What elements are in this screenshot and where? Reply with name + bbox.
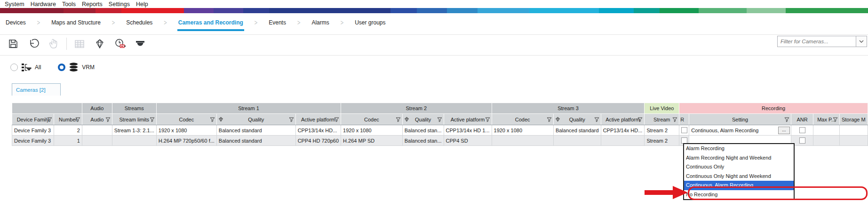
nav-item-cameras-and-recording[interactable]: Cameras and Recording: [177, 17, 244, 31]
anr-checkbox[interactable]: [799, 137, 805, 144]
filter-icon[interactable]: [210, 117, 215, 122]
cell-s3-codec: [492, 136, 553, 146]
dropdown-option-continuous-only-night-weekend[interactable]: Continuous Only Night and Weekend: [684, 172, 794, 181]
col-header-s1-active-platform[interactable]: Active platform: [295, 114, 341, 125]
nav-chevron-icon: >: [37, 16, 40, 26]
cell-s3-quality: [553, 136, 601, 146]
menu-item-system[interactable]: System: [5, 1, 24, 8]
group-header-row: Audio Streams Stream 1 Stream 2 Stream 3…: [12, 103, 868, 114]
col-header-s3-active-platform[interactable]: Active platform: [601, 114, 645, 125]
col-header-recording[interactable]: R: [679, 114, 689, 125]
col-header-stream-limits[interactable]: Stream limits: [112, 114, 156, 125]
dome-camera-button[interactable]: [133, 36, 148, 51]
save-button[interactable]: [6, 36, 21, 51]
filter-icon[interactable]: [833, 117, 838, 122]
cell-setting[interactable]: Continuous, Alarm Recording...: [689, 125, 791, 136]
quality-diamond-icon: [555, 117, 560, 122]
col-header-max-pre-alarm[interactable]: Max P...: [813, 114, 840, 125]
camera-table: Audio Streams Stream 1 Stream 2 Stream 3…: [12, 103, 868, 146]
dropdown-option-alarm-recording-night-weekend[interactable]: Alarm Recording Night and Weekend: [684, 153, 794, 163]
filter-icon[interactable]: [47, 117, 52, 122]
group-stream-3: Stream 3: [492, 103, 645, 114]
filter-icon[interactable]: [289, 117, 294, 122]
col-header-setting[interactable]: Setting: [689, 114, 791, 125]
brand-stripe: [0, 8, 868, 13]
source-toggle: All VRM: [10, 62, 95, 73]
filter-icon[interactable]: [547, 117, 552, 122]
filter-icon[interactable]: [485, 117, 490, 122]
nav-item-user-groups[interactable]: User groups: [354, 17, 386, 29]
filter-icon[interactable]: [150, 117, 155, 122]
table-view-button[interactable]: [72, 36, 87, 51]
recording-checkbox[interactable]: [681, 127, 687, 133]
table-row[interactable]: Device Family 3 2 Stream 1-3: 2.1... 192…: [12, 125, 868, 136]
tab-cameras-label: Cameras [2]: [16, 87, 46, 93]
tab-cameras[interactable]: Cameras [2]: [12, 83, 61, 96]
device-tree-icon: [21, 62, 32, 73]
filter-icon[interactable]: [105, 117, 111, 122]
nav-chevron-icon: >: [297, 16, 300, 26]
hand-button[interactable]: [46, 36, 61, 51]
quality-diamond-icon: [94, 38, 106, 50]
cell-device-family: Device Family 3: [12, 136, 54, 146]
col-header-audio[interactable]: Audio: [82, 114, 112, 125]
camera-filter-input[interactable]: [778, 36, 856, 47]
nav-chevron-icon: >: [164, 16, 167, 26]
col-header-s1-quality[interactable]: Quality: [216, 114, 295, 125]
undo-icon: [27, 38, 40, 50]
cell-s2-active-platform: CPP4 SD: [444, 136, 492, 146]
cell-recording: [679, 125, 689, 136]
group-stream-2: Stream 2: [341, 103, 492, 114]
dropdown-option-no-recording[interactable]: No Recording: [684, 190, 794, 200]
divider: [0, 55, 868, 56]
nav-item-alarms[interactable]: Alarms: [311, 17, 330, 29]
camera-filter-combobox: [777, 36, 867, 47]
menu-item-hardware[interactable]: Hardware: [31, 1, 56, 8]
radio-button-vrm[interactable]: [58, 64, 65, 71]
menu-item-tools[interactable]: Tools: [62, 1, 76, 8]
col-header-s3-quality[interactable]: Quality: [553, 114, 601, 125]
filter-dropdown-button[interactable]: [856, 36, 867, 47]
undo-button[interactable]: [26, 36, 41, 51]
radio-option-all[interactable]: All: [10, 62, 41, 73]
col-header-device-family[interactable]: Device Family: [12, 114, 54, 125]
nav-item-maps-and-structure[interactable]: Maps and Structure: [50, 17, 102, 29]
setting-ellipsis-button[interactable]: ...: [778, 127, 790, 134]
cell-s1-codec: 1920 x 1080: [156, 125, 216, 136]
filter-icon[interactable]: [75, 117, 80, 122]
col-header-number[interactable]: Number: [54, 114, 82, 125]
dropdown-option-continuous-alarm-recording[interactable]: Continuous, Alarm Recording: [684, 181, 794, 190]
menu-item-help[interactable]: Help: [136, 1, 148, 8]
quality-diamond-button[interactable]: [92, 36, 107, 51]
col-header-s2-quality[interactable]: Quality: [402, 114, 444, 125]
filter-icon[interactable]: [637, 117, 643, 122]
col-header-storage[interactable]: Storage M: [839, 114, 868, 125]
anr-checkbox[interactable]: [799, 127, 805, 133]
radio-button-all[interactable]: [10, 64, 18, 71]
menu-item-reports[interactable]: Reports: [82, 1, 103, 8]
filter-icon[interactable]: [334, 117, 339, 122]
filter-icon[interactable]: [437, 117, 442, 122]
menu-item-settings[interactable]: Settings: [109, 1, 130, 8]
col-header-s2-codec[interactable]: Codec: [341, 114, 403, 125]
filter-icon[interactable]: [672, 117, 677, 122]
group-stream-1: Stream 1: [156, 103, 341, 114]
dropdown-option-alarm-recording[interactable]: Alarm Recording: [684, 144, 794, 153]
radio-option-vrm[interactable]: VRM: [58, 62, 95, 73]
col-header-s1-codec[interactable]: Codec: [156, 114, 216, 125]
nav-item-schedules[interactable]: Schedules: [125, 17, 153, 29]
col-header-anr[interactable]: ANR: [791, 114, 813, 125]
col-header-s3-codec[interactable]: Codec: [492, 114, 553, 125]
filter-icon[interactable]: [594, 117, 599, 122]
dropdown-option-continuous-only[interactable]: Continuous Only: [684, 162, 794, 172]
filter-icon[interactable]: [784, 117, 789, 122]
column-header-row: Device Family Number Audio Stream limits…: [12, 114, 868, 125]
filter-icon[interactable]: [396, 117, 401, 122]
nav-item-events[interactable]: Events: [268, 17, 287, 29]
nav-item-devices[interactable]: Devices: [5, 17, 27, 29]
group-live-video: Live Video: [645, 103, 679, 114]
col-header-s2-active-platform[interactable]: Active platform: [444, 114, 492, 125]
scheduled-recording-button[interactable]: [112, 36, 127, 51]
col-header-stream[interactable]: Stream: [645, 114, 679, 125]
hand-icon: [48, 38, 60, 50]
